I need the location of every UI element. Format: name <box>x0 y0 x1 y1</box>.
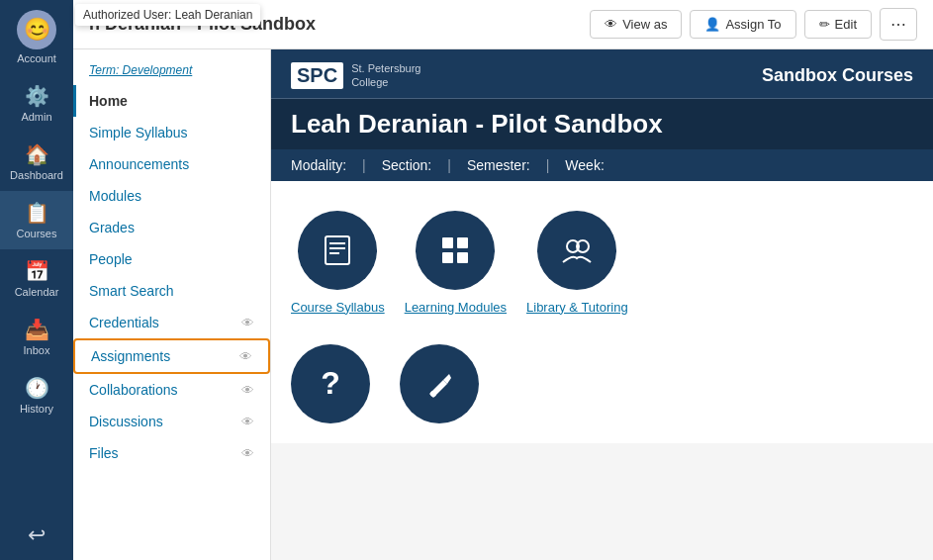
nav-item-smart-search[interactable]: Smart Search <box>73 275 270 307</box>
top-bar-actions: 👁 View as 👤 Assign To ✏ Edit ⋯ <box>590 8 917 41</box>
course-nav-term[interactable]: Term: Development <box>73 59 270 85</box>
more-options-button[interactable]: ⋯ <box>880 8 917 41</box>
cards-row-1: Course Syllabus Learning Modules <box>271 181 933 344</box>
sidebar-item-account[interactable]: Authorized User: Leah Deranian 😊 Account <box>0 0 73 74</box>
nav-item-discussions[interactable]: Discussions 👁 <box>73 406 270 437</box>
sidebar-item-courses[interactable]: 📋 Courses <box>0 191 73 249</box>
spc-college-text: St. Petersburg College <box>351 61 420 90</box>
nav-label-collaborations: Collaborations <box>89 382 178 398</box>
spc-logo: SPC St. Petersburg College <box>291 61 420 90</box>
view-as-icon: 👁 <box>605 17 617 32</box>
course-banner-title: Leah Deranian - Pilot Sandbox <box>271 99 933 149</box>
nav-item-grades[interactable]: Grades <box>73 212 270 243</box>
course-syllabus-icon <box>298 211 377 290</box>
dashboard-label: Dashboard <box>10 169 63 181</box>
nav-item-announcements[interactable]: Announcements <box>73 148 270 180</box>
collaborations-visibility-icon[interactable]: 👁 <box>241 383 254 398</box>
nav-item-people[interactable]: People <box>73 243 270 275</box>
history-label: History <box>20 403 53 415</box>
edit-button[interactable]: ✏ Edit <box>804 10 872 39</box>
nav-item-assignments[interactable]: Assignments 👁 <box>73 338 270 374</box>
nav-item-modules[interactable]: Modules <box>73 180 270 212</box>
logout-icon: ↩ <box>28 522 46 548</box>
nav-item-simple-syllabus[interactable]: Simple Syllabus <box>73 117 270 148</box>
cards-row-2: ? <box>271 344 933 443</box>
tools-icon <box>400 344 479 423</box>
assignments-visibility-icon[interactable]: 👁 <box>239 349 252 364</box>
card-tools[interactable] <box>400 344 479 423</box>
svg-rect-6 <box>442 252 453 263</box>
inbox-icon: 📥 <box>25 318 49 341</box>
library-tutoring-label: Library & Tutoring <box>526 300 628 315</box>
divider-1: | <box>362 157 366 173</box>
user-avatar: 😊 <box>17 10 56 49</box>
svg-rect-4 <box>442 237 453 248</box>
nav-label-files: Files <box>89 445 119 461</box>
courses-label: Courses <box>17 228 57 239</box>
discussions-visibility-icon[interactable]: 👁 <box>241 415 254 429</box>
spc-logo-box: SPC <box>291 62 343 89</box>
history-icon: 🕐 <box>25 376 49 400</box>
banner-top: SPC St. Petersburg College Sandbox Cours… <box>271 49 933 99</box>
sidebar-item-calendar[interactable]: 📅 Calendar <box>0 249 73 308</box>
nav-item-collaborations[interactable]: Collaborations 👁 <box>73 374 270 406</box>
course-info-bar: Modality: | Section: | Semester: | Week: <box>271 149 933 181</box>
nav-item-home[interactable]: Home <box>73 85 270 117</box>
nav-label-credentials: Credentials <box>89 315 159 330</box>
card-library-tutoring[interactable]: Library & Tutoring <box>526 211 628 315</box>
card-course-syllabus[interactable]: Course Syllabus <box>291 211 385 315</box>
sidebar-item-admin[interactable]: ⚙️ Admin <box>0 74 73 133</box>
section-label: Section: <box>370 157 444 173</box>
svg-rect-0 <box>326 236 349 264</box>
credentials-visibility-icon[interactable]: 👁 <box>241 316 254 330</box>
modality-label: Modality: <box>291 157 358 173</box>
learning-modules-label: Learning Modules <box>405 300 507 315</box>
calendar-icon: 📅 <box>25 259 49 283</box>
nav-item-credentials[interactable]: Credentials 👁 <box>73 307 270 338</box>
course-content: SPC St. Petersburg College Sandbox Cours… <box>271 49 933 560</box>
learning-modules-icon <box>416 211 495 290</box>
calendar-label: Calendar <box>15 286 59 298</box>
course-syllabus-label: Course Syllabus <box>291 300 385 315</box>
assign-to-button[interactable]: 👤 Assign To <box>690 10 795 39</box>
view-as-label: View as <box>622 17 667 32</box>
courses-icon: 📋 <box>25 201 49 225</box>
account-label: Account <box>17 52 56 64</box>
course-nav: Term: Development Home Simple Syllabus A… <box>73 49 271 560</box>
divider-3: | <box>546 157 550 173</box>
main-area: h Deranian - Pilot Sandbox 👁 View as 👤 A… <box>73 0 933 560</box>
sidebar-item-dashboard[interactable]: 🏠 Dashboard <box>0 133 73 191</box>
nav-item-files[interactable]: Files 👁 <box>73 437 270 469</box>
help-icon: ? <box>291 344 370 423</box>
content-layout: Term: Development Home Simple Syllabus A… <box>73 49 933 560</box>
sidebar-item-inbox[interactable]: 📥 Inbox <box>0 308 73 366</box>
global-sidebar: Authorized User: Leah Deranian 😊 Account… <box>0 0 73 560</box>
assign-to-label: Assign To <box>725 17 781 32</box>
nav-label-assignments: Assignments <box>91 348 170 364</box>
course-banner: SPC St. Petersburg College Sandbox Cours… <box>271 49 933 181</box>
logout-button[interactable]: ↩ <box>0 511 73 560</box>
edit-icon: ✏ <box>819 17 830 32</box>
admin-icon: ⚙️ <box>25 84 49 108</box>
nav-label-modules: Modules <box>89 188 141 204</box>
library-tutoring-icon <box>537 211 616 290</box>
files-visibility-icon[interactable]: 👁 <box>241 446 254 461</box>
week-label: Week: <box>553 157 615 173</box>
card-learning-modules[interactable]: Learning Modules <box>405 211 507 315</box>
nav-label-grades: Grades <box>89 220 135 235</box>
dashboard-icon: 🏠 <box>25 142 49 166</box>
edit-label: Edit <box>835 17 857 32</box>
sandbox-courses-title: Sandbox Courses <box>762 65 913 86</box>
nav-label-discussions: Discussions <box>89 414 163 429</box>
nav-label-people: People <box>89 251 133 267</box>
view-as-button[interactable]: 👁 View as <box>590 10 682 39</box>
inbox-label: Inbox <box>24 344 50 356</box>
more-icon: ⋯ <box>890 16 906 33</box>
assign-to-icon: 👤 <box>704 17 720 32</box>
nav-label-simple-syllabus: Simple Syllabus <box>89 125 188 140</box>
nav-label-smart-search: Smart Search <box>89 283 174 299</box>
svg-rect-5 <box>457 237 468 248</box>
sidebar-item-history[interactable]: 🕐 History <box>0 366 73 424</box>
card-help[interactable]: ? <box>291 344 370 423</box>
semester-label: Semester: <box>455 157 542 173</box>
